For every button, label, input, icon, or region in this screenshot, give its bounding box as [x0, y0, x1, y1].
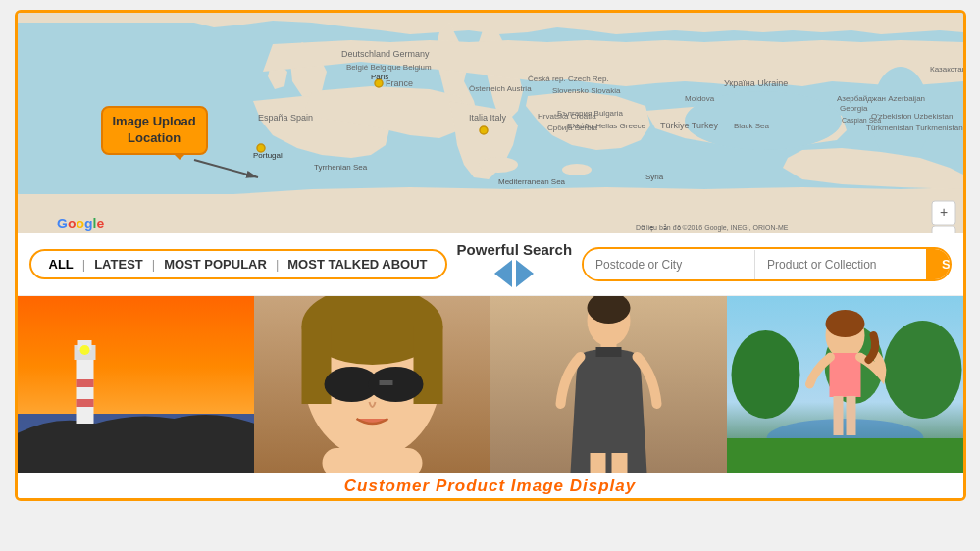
svg-text:Google: Google [57, 216, 104, 231]
upload-tooltip-text2: Location [128, 130, 181, 145]
svg-text:Syria: Syria [645, 173, 664, 181]
product-collection-input[interactable] [755, 250, 926, 279]
svg-text:Казакстан Kazakhstan: Казакстан Kazakhstan [930, 65, 963, 74]
svg-point-68 [883, 321, 961, 419]
sep-2: | [152, 257, 155, 272]
products-section [18, 296, 963, 473]
svg-point-56 [368, 367, 423, 402]
product-image-lighthouse [18, 296, 254, 473]
arrow-right-icon [516, 260, 534, 287]
svg-text:Slovensko Slovakia: Slovensko Slovakia [552, 86, 621, 95]
svg-rect-74 [829, 353, 860, 397]
svg-text:France: France [386, 78, 413, 88]
tab-most-popular[interactable]: MOST POPULAR [160, 257, 271, 272]
map-section: Deutschland Germany Belgié Belgique Belg… [18, 13, 963, 233]
svg-text:España Spain: España Spain [258, 113, 313, 123]
svg-text:Belgié Belgique Belgium: Belgié Belgique Belgium [346, 63, 432, 72]
bottom-caption: Customer Product Image Display [18, 473, 963, 498]
toolbar: ALL | LATEST | MOST POPULAR | MOST TALKE… [18, 233, 963, 296]
svg-rect-49 [76, 399, 93, 407]
svg-text:Ελλάδα Hellas Greece: Ελλάδα Hellas Greece [567, 122, 645, 130]
svg-point-3 [479, 157, 518, 173]
svg-text:България Bulgaria: България Bulgaria [557, 109, 623, 118]
upload-tooltip: Image Upload Location [101, 106, 208, 155]
search-arrows [494, 260, 534, 287]
svg-rect-58 [322, 448, 422, 473]
svg-point-34 [480, 126, 488, 134]
svg-point-47 [79, 345, 89, 355]
product-image-park [727, 296, 963, 473]
svg-text:Georgia: Georgia [840, 104, 868, 113]
tab-latest[interactable]: LATEST [90, 257, 147, 272]
svg-text:Украïна Ukraine: Украïна Ukraine [724, 78, 788, 88]
svg-rect-65 [611, 453, 627, 473]
svg-text:Азербайджан Azerbaijan: Азербайджан Azerbaijan [837, 94, 925, 103]
svg-text:Mediterranean Sea: Mediterranean Sea [498, 177, 566, 186]
search-inputs-container: SEARCH [582, 247, 951, 281]
svg-text:Moldova: Moldova [685, 94, 715, 103]
svg-rect-53 [301, 326, 331, 404]
svg-text:Tyrrhenian Sea: Tyrrhenian Sea [314, 163, 368, 172]
search-label-text: Powerful Search [457, 241, 573, 258]
postcode-city-input[interactable] [584, 250, 755, 279]
svg-rect-76 [846, 396, 855, 435]
filter-tabs[interactable]: ALL | LATEST | MOST POPULAR | MOST TALKE… [29, 249, 447, 279]
powerful-search-label: Powerful Search [457, 241, 573, 287]
svg-text:Italia Italy: Italia Italy [469, 113, 507, 123]
svg-point-73 [825, 310, 864, 337]
tab-most-talked[interactable]: MOST TALKED ABOUT [284, 257, 431, 272]
upload-tooltip-text: Image Upload [113, 114, 196, 128]
product-image-sunglasses [254, 296, 490, 473]
svg-text:O'zbekiston Uzbekistan: O'zbekiston Uzbekistan [871, 112, 953, 121]
svg-rect-71 [727, 438, 963, 473]
arrow-left-icon [494, 260, 512, 287]
svg-text:Black Sea: Black Sea [734, 122, 770, 130]
search-button[interactable]: SEARCH [926, 249, 951, 279]
sep-1: | [82, 257, 85, 272]
customer-product-caption: Customer Product Image Display [344, 476, 636, 495]
svg-rect-63 [595, 347, 621, 357]
sep-3: | [276, 257, 279, 272]
tab-all[interactable]: ALL [45, 257, 77, 272]
svg-text:+: + [940, 204, 948, 220]
svg-rect-48 [76, 379, 93, 387]
svg-rect-44 [76, 355, 93, 424]
svg-rect-57 [379, 380, 392, 385]
svg-rect-75 [833, 396, 843, 435]
svg-text:−: − [940, 228, 948, 233]
svg-text:Türkmenistan Turkmenistan: Türkmenistan Turkmenistan [866, 124, 963, 132]
svg-text:Česká rep. Czech Rep.: Česká rep. Czech Rep. [528, 75, 609, 83]
svg-point-4 [562, 164, 592, 175]
svg-text:Türkiye Turkey: Türkiye Turkey [660, 121, 719, 130]
svg-text:Dữ liệu bản đồ ©2016 Google, I: Dữ liệu bản đồ ©2016 Google, INEGI, ORIO… [636, 224, 789, 232]
svg-rect-64 [590, 453, 605, 473]
svg-text:Deutschland Germany: Deutschland Germany [341, 49, 430, 59]
svg-text:Österreich Austria: Österreich Austria [469, 84, 532, 93]
svg-point-67 [731, 330, 799, 419]
product-image-dress [490, 296, 727, 473]
tooltip-arrow-svg [175, 150, 273, 189]
svg-text:Paris: Paris [371, 73, 388, 81]
main-container: Deutschland Germany Belgié Belgique Belg… [15, 10, 966, 501]
